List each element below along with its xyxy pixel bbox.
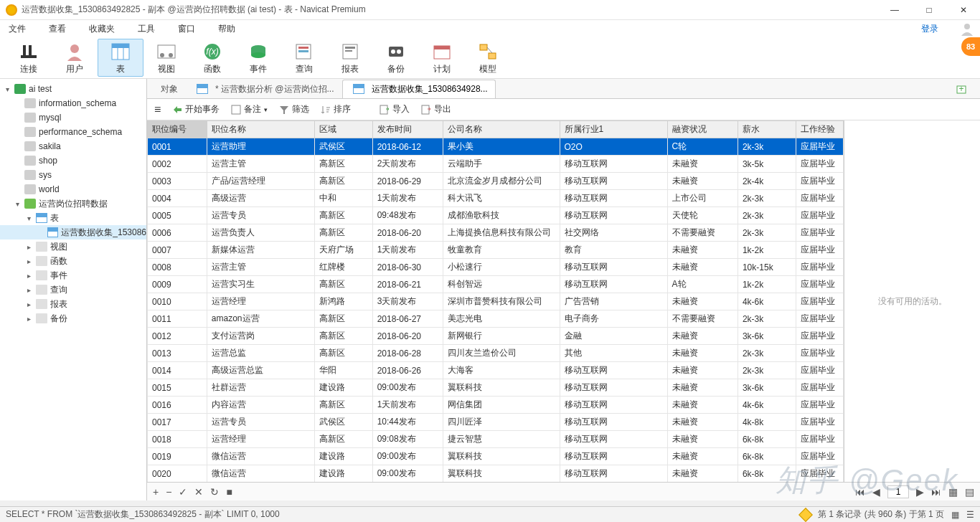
table-cell[interactable]: 未融资 <box>667 431 738 448</box>
table-cell[interactable]: 移动互联网 <box>560 397 667 414</box>
table-cell[interactable]: 0015 <box>148 379 207 397</box>
table-cell[interactable]: 运营总监 <box>207 345 314 362</box>
table-cell[interactable]: 武侯区 <box>314 414 372 431</box>
table-row[interactable]: 0012支付运营岗高新区2018-06-20新网银行金融未融资3k-6k应届毕业 <box>148 328 844 345</box>
menu-file[interactable]: 文件 <box>6 22 29 37</box>
table-cell[interactable]: 牧童教育 <box>443 242 560 259</box>
warning-icon[interactable] <box>798 508 813 522</box>
table-cell[interactable]: 高新区 <box>314 397 372 414</box>
table-cell[interactable]: 移动互联网 <box>560 431 667 448</box>
connection-tree[interactable]: ▾ai test information_schemamysqlperforma… <box>0 79 147 500</box>
table-cell[interactable]: 0017 <box>148 414 207 431</box>
table-cell[interactable]: 大海客 <box>443 362 560 379</box>
table-cell[interactable]: 高新区 <box>314 345 372 362</box>
page-input[interactable] <box>887 485 909 498</box>
table-cell[interactable]: 0010 <box>148 293 207 310</box>
new-tab-button[interactable]: + <box>956 83 976 95</box>
table-cell[interactable]: 未融资 <box>667 242 738 259</box>
table-cell[interactable]: 4k-8k <box>738 414 796 431</box>
table-cell[interactable]: 0020 <box>148 465 207 483</box>
table-cell[interactable]: 运营主管 <box>207 259 314 276</box>
next-page-button[interactable]: ▶ <box>916 486 924 498</box>
table-cell[interactable]: 2018-06-27 <box>372 310 443 328</box>
column-header[interactable]: 职位名称 <box>207 121 314 138</box>
table-cell[interactable]: 2k-3k <box>738 345 796 362</box>
table-row[interactable]: 0011amazon运营高新区2018-06-27美志光电电子商务不需要融资2k… <box>148 310 844 328</box>
table-cell[interactable]: 0006 <box>148 224 207 242</box>
table-cell[interactable]: 其他 <box>560 345 667 362</box>
tree-reports[interactable]: ▸报表 <box>0 297 146 311</box>
table-cell[interactable]: 2018-06-29 <box>372 173 443 190</box>
table-cell[interactable]: 四川友兰造价公司 <box>443 345 560 362</box>
table-cell[interactable]: 成都渔歌科技 <box>443 207 560 224</box>
table-cell[interactable]: 0001▶ <box>148 138 207 156</box>
apply-button[interactable]: ✓ <box>179 486 187 498</box>
table-cell[interactable]: 移动互联网 <box>560 448 667 465</box>
table-cell[interactable]: 未融资 <box>667 156 738 173</box>
table-cell[interactable]: 北京流金岁月成都分公司 <box>443 173 560 190</box>
table-cell[interactable]: 高新区 <box>314 310 372 328</box>
last-page-button[interactable]: ⏭ <box>931 486 941 498</box>
table-row[interactable]: 0003产品/运营经理高新区2018-06-29北京流金岁月成都分公司移动互联网… <box>148 173 844 190</box>
table-cell[interactable]: 09:00发布 <box>372 448 443 465</box>
table-cell[interactable]: 中和 <box>314 190 372 207</box>
table-cell[interactable]: 翼联科技 <box>443 448 560 465</box>
table-cell[interactable]: 红牌楼 <box>314 259 372 276</box>
table-cell[interactable]: 3k-5k <box>738 156 796 173</box>
table-cell[interactable]: 09:48发布 <box>372 207 443 224</box>
table-cell[interactable]: 高新区 <box>314 207 372 224</box>
table-cell[interactable]: 小松速行 <box>443 259 560 276</box>
table-cell[interactable]: 0005 <box>148 207 207 224</box>
table-cell[interactable]: 2k-3k <box>738 310 796 328</box>
table-cell[interactable]: 果小美 <box>443 138 560 156</box>
table-cell[interactable]: 应届毕业 <box>796 173 843 190</box>
table-row[interactable]: 0010运营经理新鸿路3天前发布深圳市普赞科技有限公司广告营销未融资4k-6k应… <box>148 293 844 310</box>
table-cell[interactable]: 2018-06-21 <box>372 276 443 293</box>
table-cell[interactable]: 翼联科技 <box>443 379 560 397</box>
tree-connection[interactable]: ▾ai test <box>0 82 146 96</box>
toolbar-table[interactable]: 表 <box>98 39 143 77</box>
table-cell[interactable]: 广告营销 <box>560 293 667 310</box>
table-cell[interactable]: 2018-06-20 <box>372 224 443 242</box>
column-header[interactable]: 职位编号 <box>148 121 207 138</box>
table-cell[interactable]: 运营专员 <box>207 414 314 431</box>
table-cell[interactable]: 网信集团 <box>443 397 560 414</box>
table-cell[interactable]: 应届毕业 <box>796 242 843 259</box>
table-cell[interactable]: 应届毕业 <box>796 207 843 224</box>
grid-mode-icon[interactable]: ▦ <box>951 510 959 520</box>
toolbar-query[interactable]: 查询 <box>281 39 327 77</box>
table-cell[interactable]: 科创智远 <box>443 276 560 293</box>
table-cell[interactable]: 建设路 <box>314 465 372 483</box>
table-row[interactable]: 0014高级运营总监华阳2018-06-26大海客移动互联网未融资2k-3k应届… <box>148 362 844 379</box>
table-cell[interactable]: 运营主管 <box>207 156 314 173</box>
table-cell[interactable]: 不需要融资 <box>667 310 738 328</box>
table-cell[interactable]: 未融资 <box>667 173 738 190</box>
delete-record-button[interactable]: − <box>166 486 171 498</box>
table-cell[interactable]: 2k-3k <box>738 207 796 224</box>
table-cell[interactable]: 0012 <box>148 328 207 345</box>
column-header[interactable]: 薪水 <box>738 121 796 138</box>
table-cell[interactable]: 移动互联网 <box>560 259 667 276</box>
table-cell[interactable]: 0011 <box>148 310 207 328</box>
table-cell[interactable]: 社群运营 <box>207 379 314 397</box>
table-cell[interactable]: 云端助手 <box>443 156 560 173</box>
table-cell[interactable]: 运营助理 <box>207 138 314 156</box>
hamburger-button[interactable]: ≡ <box>154 103 161 116</box>
column-header[interactable]: 公司名称 <box>443 121 560 138</box>
tree-schema[interactable]: mysql <box>0 110 146 125</box>
table-cell[interactable]: 09:00发布 <box>372 465 443 483</box>
table-cell[interactable]: 0003 <box>148 173 207 190</box>
table-cell[interactable]: 高新区 <box>314 431 372 448</box>
table-cell[interactable]: 建设路 <box>314 379 372 397</box>
table-cell[interactable]: 移动互联网 <box>560 276 667 293</box>
table-cell[interactable]: O2O <box>560 138 667 156</box>
table-row[interactable]: 0002运营主管高新区2天前发布云端助手移动互联网未融资3k-5k应届毕业 <box>148 156 844 173</box>
tree-events[interactable]: ▸事件 <box>0 268 146 283</box>
table-cell[interactable]: 2018-06-20 <box>372 328 443 345</box>
tree-functions[interactable]: ▸函数 <box>0 254 146 268</box>
prev-page-button[interactable]: ◀ <box>872 486 880 498</box>
notification-badge[interactable]: 83 <box>961 37 980 56</box>
table-cell[interactable]: 未融资 <box>667 345 738 362</box>
table-cell[interactable]: 武侯区 <box>314 138 372 156</box>
table-cell[interactable]: 4k-6k <box>738 293 796 310</box>
